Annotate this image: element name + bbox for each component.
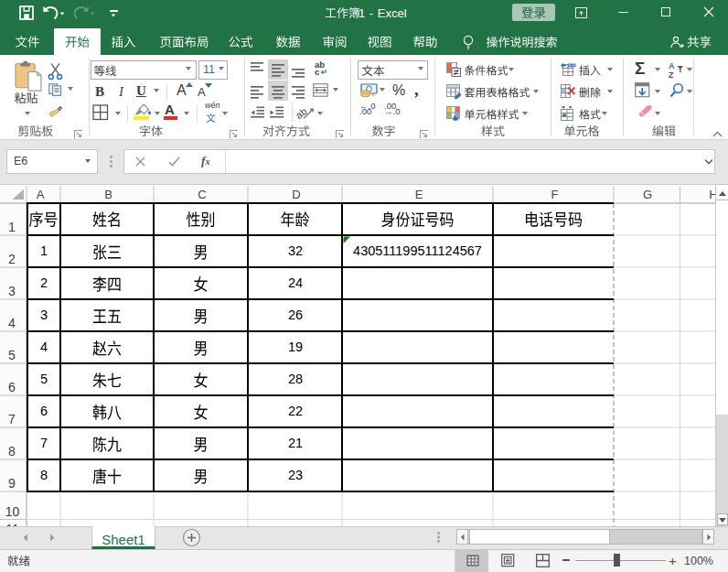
svg-text:A: A xyxy=(669,61,675,70)
svg-text:c: c xyxy=(315,67,319,77)
svg-text:Z: Z xyxy=(669,70,674,80)
